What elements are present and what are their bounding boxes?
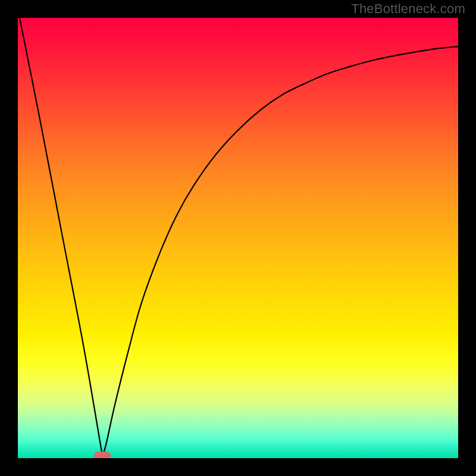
plot-area <box>18 18 458 458</box>
chart-container: TheBottleneck.com <box>0 0 476 476</box>
bottleneck-curve-path <box>18 18 458 456</box>
watermark-text: TheBottleneck.com <box>351 1 465 17</box>
curve-svg <box>18 18 458 458</box>
minimum-marker <box>94 452 111 458</box>
